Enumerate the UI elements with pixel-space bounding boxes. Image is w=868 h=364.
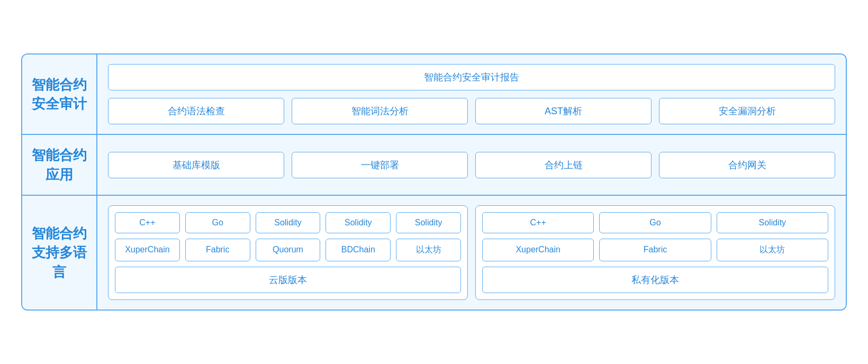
- cloud-xuperchain-box: XuperChain: [115, 239, 180, 261]
- audit-label: 智能合约 安全审计: [22, 54, 96, 134]
- cloud-quorum-box: Quorum: [256, 239, 321, 261]
- cloud-go-box: Go: [185, 212, 250, 233]
- audit-ast-box: AST解析: [475, 98, 652, 124]
- private-panel: C++ Go Solidity XuperChain: [475, 205, 835, 300]
- cloud-solidity1-box: Solidity: [256, 212, 321, 233]
- private-footer: 私有化版本: [482, 267, 828, 293]
- app-gateway-box: 合约网关: [659, 152, 835, 178]
- private-cpp-box: C++: [482, 212, 594, 233]
- main-container: 智能合约 安全审计 智能合约安全审计报告 合约语法检查 智能词法分析 AST解析: [21, 53, 847, 311]
- lang-outer: C++ Go Solidity Solidity Solidity: [108, 205, 835, 300]
- app-content: 基础库模版 一键部署 合约上链 合约网关: [96, 135, 846, 195]
- private-go-box: Go: [599, 212, 711, 233]
- app-template-box: 基础库模版: [108, 152, 284, 178]
- app-row: 基础库模版 一键部署 合约上链 合约网关: [108, 152, 835, 178]
- app-onchain-box: 合约上链: [475, 152, 652, 178]
- private-ethereum-box: 以太坊: [717, 239, 828, 261]
- cloud-cpp-box: C++: [115, 212, 180, 233]
- lang-label: 智能合约 支持多语 言: [22, 196, 96, 310]
- app-deploy-box: 一键部署: [292, 152, 468, 178]
- audit-lexical-box: 智能词法分析: [292, 98, 468, 124]
- private-solidity-box: Solidity: [717, 212, 828, 233]
- app-label: 智能合约 应用: [22, 135, 96, 195]
- audit-report-box: 智能合约安全审计报告: [108, 64, 835, 90]
- audit-vuln-box: 安全漏洞分析: [659, 98, 835, 124]
- cloud-solidity2-box: Solidity: [326, 212, 391, 233]
- cloud-lang-row: C++ Go Solidity Solidity Solidity: [115, 212, 461, 233]
- cloud-footer: 云版版本: [115, 267, 461, 293]
- audit-content: 智能合约安全审计报告 合约语法检查 智能词法分析 AST解析 安全漏洞分析: [96, 54, 846, 134]
- cloud-fabric-box: Fabric: [185, 239, 250, 261]
- audit-top-row: 智能合约安全审计报告: [108, 64, 835, 90]
- audit-syntax-box: 合约语法检查: [108, 98, 284, 124]
- private-xuperchain-box: XuperChain: [482, 239, 594, 261]
- audit-section: 智能合约 安全审计 智能合约安全审计报告 合约语法检查 智能词法分析 AST解析: [22, 54, 846, 135]
- audit-bottom-row: 合约语法检查 智能词法分析 AST解析 安全漏洞分析: [108, 98, 835, 124]
- private-lang-row: C++ Go Solidity: [482, 212, 828, 233]
- app-section: 智能合约 应用 基础库模版 一键部署 合约上链 合约网关: [22, 135, 846, 196]
- cloud-chain-row: XuperChain Fabric Quorum BDChain 以太坊: [115, 239, 461, 261]
- cloud-panel: C++ Go Solidity Solidity Solidity: [108, 205, 468, 300]
- lang-section: 智能合约 支持多语 言 C++ Go Solidity: [22, 196, 846, 310]
- cloud-bdchain-box: BDChain: [326, 239, 391, 261]
- cloud-solidity3-box: Solidity: [396, 212, 461, 233]
- private-fabric-box: Fabric: [599, 239, 711, 261]
- cloud-ethereum-box: 以太坊: [396, 239, 461, 261]
- private-chain-row: XuperChain Fabric 以太坊: [482, 239, 828, 261]
- lang-content: C++ Go Solidity Solidity Solidity: [96, 196, 846, 310]
